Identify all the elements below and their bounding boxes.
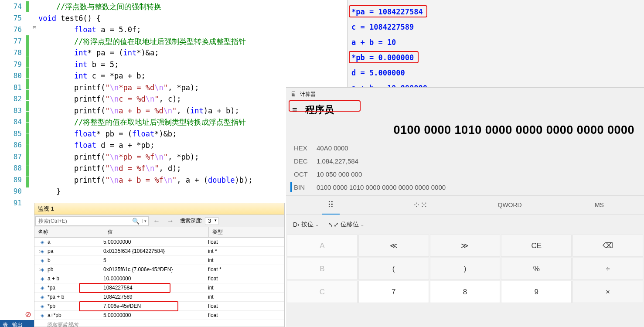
bitwise-icon: D› [293,221,300,228]
watch-row[interactable]: ◈*pa1084227584int [34,283,284,293]
error-icon[interactable]: ⊘ [22,309,34,320]
cube-icon: ◈ [41,249,47,254]
watch-search-box[interactable]: 🔍 ▾ [35,216,149,226]
calc-keypad: A≪≫CE⌫B()%÷C789× [286,235,644,304]
calc-base-list: HEX40A0 0000DEC1,084,227,584OCT10 050 00… [286,140,644,195]
line-number-gutter: 747576777879808182838485868788899091 [0,0,26,203]
calc-bit-ops: D› 按位 ⌄ ⤣⤢ 位移位 ⌄ [286,215,644,235]
bit-toggle-mode-icon[interactable]: ⁘⁙ [375,200,465,210]
base-row-oct[interactable]: OCT10 050 000 000 [290,167,640,181]
key-≪[interactable]: ≪ [358,235,429,257]
cube-icon: ◈ [41,267,47,272]
keypad-mode-icon[interactable]: ⠿ [286,200,375,210]
watch-col-type[interactable]: 类型 [209,227,284,237]
watch-title: 监视 1 [34,203,284,215]
calc-titlebar[interactable]: 🖩 计算器 [286,88,644,101]
qword-button[interactable]: QWORD [465,201,555,208]
depth-select[interactable]: 3 [205,217,218,225]
calculator-window[interactable]: 🖩 计算器 ≡ 程序员 0100 0000 1010 0000 0000 000… [286,87,644,327]
shift-label: 位移位 [341,221,359,228]
nav-forward-icon[interactable]: → [164,217,177,225]
key-)[interactable]: ) [430,258,501,280]
console-output: *pa = 1084227584c = 1084227589a + b = 10… [348,0,644,101]
base-row-bin[interactable]: BIN0100 0000 1010 0000 0000 0000 0000 00… [290,181,640,194]
key-B[interactable]: B [287,258,358,280]
console-line: *pb = 0.000000 [348,50,644,65]
key-9[interactable]: 9 [501,281,572,303]
key-A[interactable]: A [287,235,358,257]
bottom-left-tabs: ⊘ 表 输出 [0,309,34,327]
change-marks [26,0,31,203]
cube-icon: ◈ [41,239,47,245]
ms-button[interactable]: MS [555,201,644,208]
key-⌫[interactable]: ⌫ [572,235,643,257]
key-CE[interactable]: CE [501,235,572,257]
watch-row[interactable]: ▷◈pb0x0135f61c {7.006e-45#DEN}float * [34,265,284,274]
cube-icon: ◈ [41,313,47,318]
cube-icon: ◈ [41,294,47,300]
nav-back-icon[interactable]: ← [150,217,164,225]
console-line: c = 1084227589 [348,20,644,35]
chevron-down-icon: ⌄ [315,222,319,227]
base-row-hex[interactable]: HEX40A0 0000 [290,141,640,154]
calc-header: ≡ 程序员 [286,101,644,119]
depth-label: 搜索深度: [177,217,205,225]
watch-panel[interactable]: 监视 1 🔍 ▾ ← → 搜索深度: 3 名称 值 类型 ◈a5.0000000… [34,203,285,327]
key-÷[interactable]: ÷ [572,258,643,280]
calc-mode-label: 程序员 [305,103,334,116]
search-dropdown-icon[interactable]: ▾ [142,219,148,223]
calc-mode-tabs: ⠿ ⁘⁙ QWORD MS [286,195,644,215]
console-line: d = 5.000000 [348,65,644,81]
bitwise-label: 按位 [301,221,313,228]
shift-dropdown[interactable]: ⤣⤢ 位移位 ⌄ [327,219,365,230]
cube-icon: ◈ [41,276,47,282]
watch-row[interactable]: ▷◈pa0x0135f634 {1084227584}int * [34,247,284,256]
calc-display: 0100 0000 1010 0000 0000 0000 0000 0000 [286,119,644,140]
watch-row[interactable]: ◈a + b10.0000000float [34,274,284,283]
bitwise-dropdown[interactable]: D› 按位 ⌄ [292,219,320,230]
shift-icon: ⤣⤢ [328,221,339,228]
key-×[interactable]: × [572,281,643,303]
key-%[interactable]: % [501,258,572,280]
cube-icon: ◈ [41,285,47,291]
cube-icon: ◈ [41,258,47,263]
search-icon[interactable]: 🔍 [129,218,142,225]
watch-col-value[interactable]: 值 [104,227,209,237]
watch-row[interactable]: ◈*pb7.006e-45#DENfloat [34,302,284,311]
calc-app-name: 计算器 [300,91,316,98]
fold-gutter[interactable]: ⊟ [31,0,38,203]
watch-row[interactable]: ◈a5.00000000float [34,238,284,247]
key-8[interactable]: 8 [430,281,501,303]
tab-output[interactable]: 输出 [12,321,23,327]
watch-header-row: 名称 值 类型 [34,227,284,238]
key-C[interactable]: C [287,281,358,303]
watch-row[interactable]: ◈b5int [34,256,284,265]
base-row-dec[interactable]: DEC1,084,227,584 [290,154,640,167]
code-content[interactable]: //浮点数与整数之间的强制转换void test6() { float a = … [38,0,252,203]
watch-add-placeholder[interactable]: 添加要监视的 [34,320,284,327]
watch-search-input[interactable] [36,217,129,225]
watch-toolbar: 🔍 ▾ ← → 搜索深度: 3 [34,215,284,227]
watch-row[interactable]: ◈a+*pb5.00000000float [34,311,284,320]
key-([interactable]: ( [358,258,429,280]
tab-table[interactable]: 表 [3,321,8,327]
console-line: *pa = 1084227584 [348,4,644,20]
chevron-down-icon: ⌄ [361,222,364,227]
cube-icon: ◈ [41,303,47,309]
key-≫[interactable]: ≫ [430,235,501,257]
console-line: a + b = 10 [348,35,644,50]
bottom-tab-strip[interactable]: 表 输出 [0,320,34,327]
watch-body: ◈a5.00000000float▷◈pa0x0135f634 {1084227… [34,238,284,320]
key-7[interactable]: 7 [358,281,429,303]
menu-icon[interactable]: ≡ [292,105,297,115]
calculator-icon: 🖩 [290,91,296,98]
watch-col-name[interactable]: 名称 [34,227,104,237]
watch-row[interactable]: ◈*pa + b1084227589int [34,293,284,302]
